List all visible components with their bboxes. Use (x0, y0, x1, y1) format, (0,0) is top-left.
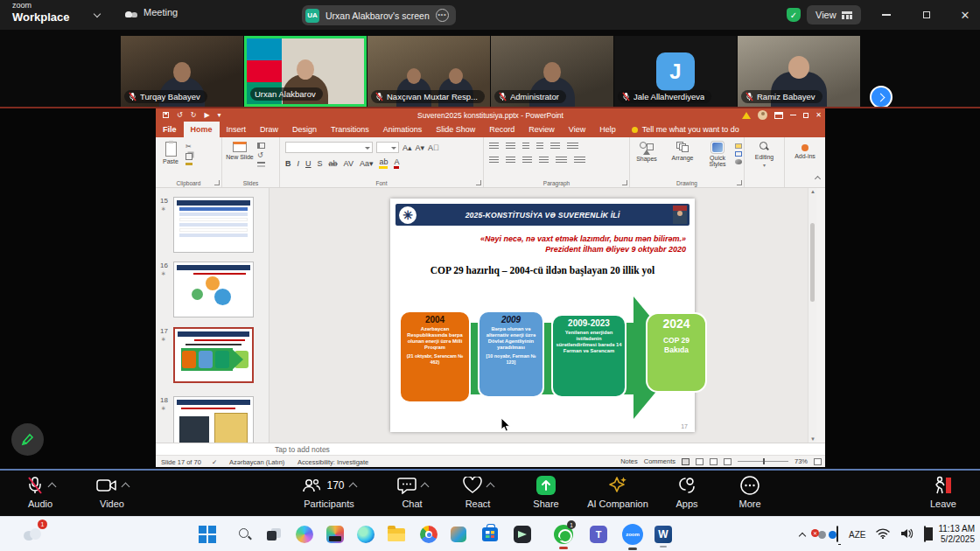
reset-icon[interactable]: ↺ (257, 151, 265, 159)
shape-effects-icon[interactable] (735, 159, 742, 164)
workspace-chevron-down-icon[interactable] (94, 10, 101, 17)
font-size-select[interactable] (376, 142, 399, 153)
zoom-app-button[interactable]: zoom (620, 522, 645, 547)
annotate-button[interactable] (11, 423, 44, 456)
dialog-launcher-icon[interactable] (737, 180, 742, 185)
clock[interactable]: 11:13 AM 5/2/2025 (938, 524, 975, 545)
chrome-button[interactable] (416, 522, 441, 547)
video-button[interactable]: Video (88, 475, 136, 509)
m365-copilot-button[interactable] (323, 522, 347, 547)
view-button[interactable]: View (807, 5, 861, 24)
chat-caret-icon[interactable] (420, 483, 429, 492)
align-left-icon[interactable] (489, 157, 499, 164)
restore-button[interactable] (912, 0, 942, 30)
dialog-launcher-icon[interactable] (622, 180, 627, 185)
dark-app-button[interactable] (510, 522, 535, 547)
audio-caret-icon[interactable] (47, 483, 56, 492)
tab-record[interactable]: Record (482, 122, 522, 137)
search-button[interactable] (233, 522, 257, 547)
tray-chevron-up-icon[interactable] (800, 527, 805, 542)
new-slide-button[interactable]: New Slide (222, 137, 257, 164)
strikethrough-button[interactable]: ab (329, 159, 338, 168)
whatsapp-button[interactable]: 1 (551, 522, 576, 547)
dialog-launcher-icon[interactable] (476, 180, 481, 185)
paste-button[interactable]: Paste (156, 137, 186, 165)
language-indicator[interactable]: Azərbaycan (Latın) (229, 458, 284, 466)
columns-icon[interactable] (556, 157, 567, 164)
tab-draw[interactable]: Draw (253, 122, 285, 137)
speaker-icon[interactable] (900, 527, 914, 542)
audio-button[interactable]: Audio (16, 475, 65, 509)
slide-canvas[interactable]: ✳ 2025-KONSTİTUSİYA VƏ SUVERENLİK İLİ «N… (390, 199, 695, 432)
bold-button[interactable]: B (285, 159, 291, 168)
slideshow-view-icon[interactable] (724, 458, 732, 465)
thumbnail-slide-18[interactable]: 18 ∗ (156, 396, 269, 443)
font-name-select[interactable] (285, 142, 373, 153)
close-button[interactable]: ✕ (950, 0, 980, 30)
editing-button[interactable]: Editing ▾ (745, 137, 784, 168)
notes-pane[interactable]: Tap to add notes (156, 443, 825, 455)
battery-icon[interactable] (924, 527, 926, 542)
participant-tile-active-speaker[interactable]: Urxan Alakbarov (244, 36, 367, 107)
font-color-button[interactable]: A (394, 157, 399, 169)
spellcheck-icon[interactable]: ✓ (212, 458, 217, 466)
apps-button[interactable]: Apps (667, 475, 707, 509)
quick-styles-button[interactable]: Quick Styles (702, 137, 733, 167)
reading-view-icon[interactable] (710, 458, 718, 465)
comments-toggle[interactable]: Comments (644, 457, 676, 465)
slide-scrollbar[interactable]: ▲▼ (808, 188, 816, 443)
participant-tile[interactable]: J Jale Allahverdiyeva (614, 36, 737, 107)
ai-companion-button[interactable]: AI Companion (580, 475, 655, 509)
participants-caret-icon[interactable] (348, 483, 357, 492)
tab-design[interactable]: Design (285, 122, 324, 137)
participant-tile[interactable]: Administrator (491, 36, 613, 107)
tab-meeting[interactable]: Meeting (124, 7, 178, 17)
warning-icon[interactable] (742, 112, 751, 119)
smartart-convert-icon[interactable] (574, 157, 585, 164)
tab-animations[interactable]: Animations (376, 122, 430, 137)
italic-button[interactable]: I (298, 159, 300, 168)
add-ins-button[interactable]: Add-ins (785, 137, 825, 159)
participant-tile[interactable]: Turqay Babayev (121, 36, 243, 107)
more-button[interactable]: More (728, 475, 772, 509)
tab-transitions[interactable]: Transitions (324, 122, 376, 137)
share-options-ellipsis-icon[interactable]: ••• (436, 9, 449, 22)
normal-view-icon[interactable] (682, 458, 690, 465)
participant-tile[interactable]: Ramiz Babayev (738, 36, 860, 107)
copilot-button[interactable] (292, 522, 317, 547)
fit-to-window-icon[interactable] (814, 458, 822, 465)
minimize-button[interactable] (872, 0, 901, 30)
align-right-icon[interactable] (522, 157, 532, 164)
increase-font-icon[interactable]: A▴ (402, 143, 412, 152)
ppt-restore-button[interactable] (803, 113, 808, 118)
thumbnail-slide-17-selected[interactable]: 17 ∗ (156, 327, 269, 388)
participant-tile[interactable]: Naxçıvan Muxtar Resp... (368, 36, 490, 107)
thumbnail-slide-16[interactable]: 16 ∗ (156, 262, 269, 319)
change-case-button[interactable]: Aa▾ (360, 159, 374, 168)
react-button[interactable]: React (455, 475, 500, 509)
security-shield-icon[interactable]: ✓ (787, 8, 801, 22)
collapse-ribbon-icon[interactable] (816, 169, 820, 185)
ppt-minimize-button[interactable] (790, 115, 796, 115)
highlight-color-button[interactable]: ab (379, 157, 388, 169)
underline-button[interactable]: U (305, 159, 312, 168)
shapes-button[interactable]: Shapes (630, 137, 663, 167)
account-avatar[interactable] (758, 110, 767, 120)
tab-insert[interactable]: Insert (220, 122, 254, 137)
arrange-button[interactable]: Arrange (665, 137, 700, 167)
numbering-icon[interactable] (506, 143, 515, 150)
increase-indent-icon[interactable] (536, 143, 543, 150)
tab-help[interactable]: Help (592, 122, 623, 137)
format-painter-icon[interactable] (186, 163, 192, 165)
photos-button[interactable] (446, 522, 471, 547)
leave-button[interactable]: Leave (920, 475, 966, 509)
section-icon[interactable] (257, 162, 265, 164)
next-participants-page-button[interactable] (870, 86, 892, 108)
tell-me-box[interactable]: Tell me what you want to do (632, 122, 739, 137)
react-caret-icon[interactable] (486, 483, 494, 492)
dialog-launcher-icon[interactable] (214, 180, 220, 185)
wifi-icon[interactable] (876, 527, 890, 542)
clear-format-icon[interactable]: A⃠ (428, 143, 439, 152)
slide-sorter-view-icon[interactable] (696, 458, 704, 465)
ribbon-display-options-icon[interactable] (774, 112, 783, 119)
